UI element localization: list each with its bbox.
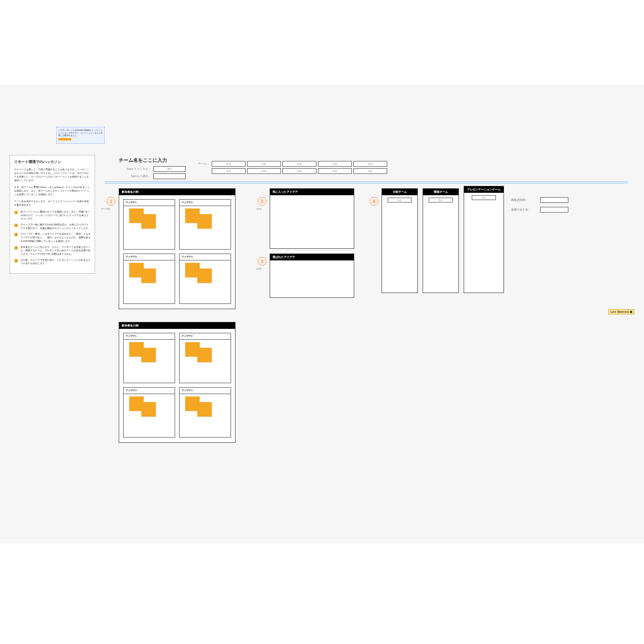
right-fields: 再集合時間： 最後のまとめ： <box>511 197 568 213</box>
sticky-note[interactable] <box>141 348 156 362</box>
idea-cell[interactable]: アイデア2 <box>179 199 231 250</box>
roster-name-input[interactable]: 氏名 <box>353 161 387 167</box>
canvas-background <box>0 85 644 543</box>
idea-title: アイデア1 <box>124 200 175 206</box>
idea-cell[interactable]: アイデア2 <box>179 333 231 383</box>
sticky-note[interactable] <box>141 214 156 229</box>
panel-header: 分析チーム <box>382 189 417 195</box>
teams-label: Teams の通話： <box>119 174 151 178</box>
idea-title: アイデア3 <box>124 388 175 394</box>
reconvene-input[interactable] <box>540 197 568 203</box>
sticky-note[interactable] <box>197 268 212 283</box>
panel-header: プレゼンテーションチーム <box>464 186 504 193</box>
participant-panel[interactable]: 参加者名の例 アイデア1 アイデア2 アイデア3 アイデア4 <box>119 322 235 443</box>
roster-name-input[interactable]: 氏名 <box>318 168 352 174</box>
roster-name-input[interactable]: 氏名 <box>283 161 316 167</box>
reconvene-label: 再集合時間： <box>511 198 540 202</box>
idea-title: アイデア4 <box>180 388 231 394</box>
idea-title: アイデア1 <box>124 333 175 340</box>
roster-name-input[interactable]: 氏名 <box>283 168 316 174</box>
participant-panel[interactable]: 参加者名の例 アイデア1 アイデア2 アイデア3 アイデア4 <box>119 188 235 309</box>
team-roster: チーム： 氏名 氏名 氏名 氏名 氏名 氏名 氏名 氏名 氏名 氏名 <box>193 161 387 174</box>
summary-input[interactable] <box>540 207 568 213</box>
instructions-para-3: チーム名を決めてもらいます。ボード上にチームメンバー全員の名前を書き留めます。 <box>14 200 91 207</box>
attribution-badge <box>58 138 71 140</box>
step3-time: 10分 <box>256 267 262 271</box>
idea-cell[interactable]: アイデア1 <box>123 333 175 383</box>
instructions-panel: リモート環境でのハッカソン テレワークは難しく、円滑に実施することがありますが、… <box>10 155 95 274</box>
roster-name-input[interactable]: 氏名 <box>247 168 281 174</box>
timeline-bar <box>105 181 628 184</box>
step-badge: 1 <box>14 211 18 215</box>
idea-cell[interactable]: アイデア4 <box>179 254 231 304</box>
step-text: その後、グループで支度に移り、プレゼンテーションの名をもどつけるかも決定します。 <box>21 258 91 265</box>
selected-panel[interactable]: 選ばれたアイデア <box>270 254 354 298</box>
presentation-team-panel[interactable]: プレゼンテーションチーム 氏名 <box>464 186 504 293</box>
panel-header: 参加者名の例 <box>119 189 235 195</box>
idea-title: アイデア2 <box>180 200 231 206</box>
panel-header: 選ばれたアイデア <box>270 254 354 260</box>
idea-cell[interactable]: アイデア1 <box>123 199 175 250</box>
instructions-steps: 1各メンバーごとに最初のエリアを複製します。次に、付箋に5〜10分かけて、ハッカ… <box>14 210 91 265</box>
step-marker-1: 1 <box>107 197 116 206</box>
sticky-note[interactable] <box>197 348 212 362</box>
step-text: グループで一緒に最大で10分の時間を設け、お気に入りのアイデアを選びます。付箋を… <box>21 223 91 230</box>
panel-header: 参加者名の例 <box>119 322 235 329</box>
roster-name-input[interactable]: 氏名 <box>212 168 246 174</box>
step-marker-4: 4 <box>369 197 378 206</box>
slack-input[interactable]: 番号 <box>153 166 186 172</box>
teams-input[interactable] <box>153 173 186 179</box>
analysis-team-panel[interactable]: 分析チーム 氏名 <box>382 188 418 293</box>
step-badge: 3 <box>14 233 18 237</box>
roster-label: チーム： <box>193 162 209 166</box>
panel-header: 気に入ったアイデア <box>270 189 354 195</box>
attribution-note: このテンプレートはDeloitte Digitalのリ ードソリューションデザイ… <box>56 127 105 144</box>
sticky-note[interactable] <box>197 214 212 229</box>
instructions-para-2: まず、各チームに専用のSlack（またはTeams）チャンネルがあることを確認し… <box>14 186 91 196</box>
roster-name-input[interactable]: 氏名 <box>353 168 387 174</box>
step2-time: 10分 <box>256 207 262 211</box>
idea-cell[interactable]: アイデア4 <box>179 387 231 438</box>
team-member-input[interactable]: 氏名 <box>472 195 496 200</box>
idea-cell[interactable]: アイデア3 <box>123 254 175 304</box>
roster-name-input[interactable]: 氏名 <box>247 161 281 167</box>
step-marker-3: 3 <box>258 257 266 266</box>
roster-name-input[interactable]: 氏名 <box>318 161 352 167</box>
sticky-note[interactable] <box>141 268 156 283</box>
step-badge: 5 <box>14 259 18 263</box>
attribution-text-1: このテンプレートはDeloitte Digitalのリ <box>58 129 93 131</box>
idea-title: アイデア3 <box>124 254 175 260</box>
sticky-note[interactable] <box>197 402 212 417</box>
slack-label: Slack チャンネル： <box>119 167 151 171</box>
team-member-input[interactable]: 氏名 <box>388 198 412 202</box>
step-text: 各メンバーごとに最初のエリアを複製します。次に、付箋に5〜10分かけて、ハッカソ… <box>21 210 91 221</box>
summary-label: 最後のまとめ： <box>511 208 540 212</box>
favorites-panel[interactable]: 気に入ったアイデア <box>270 188 354 249</box>
step1-time: 5〜10分 <box>101 207 110 211</box>
roster-name-input[interactable]: 氏名 <box>212 161 246 167</box>
idea-cell[interactable]: アイデア3 <box>123 387 175 438</box>
step-badge: 2 <box>14 223 18 227</box>
sticky-note[interactable] <box>141 402 156 417</box>
idea-title: アイデア4 <box>180 254 231 260</box>
panel-header: 開発チーム <box>423 189 458 195</box>
instructions-para-1: テレワークは難しく、円滑に実施することがありますが、ハッカソンはさらにその傾向が… <box>14 168 91 182</box>
dev-team-panel[interactable]: 開発チーム 氏名 <box>423 188 459 293</box>
step-text: グループで「勝者」となるアイデアを決めます。「勝者」となるアイデアが何であり、「… <box>21 232 91 243</box>
instructions-title: リモート環境でのハッカソン <box>14 159 91 165</box>
step-badge: 4 <box>14 246 18 250</box>
watermark-text: Leo Barnes <box>610 310 629 314</box>
watermark-badge: Leo Barnes <box>608 309 634 314</box>
idea-title: アイデア2 <box>180 333 231 340</box>
step-marker-2: 2 <box>258 197 266 206</box>
step-text: 参加者をチームに分けます。さらに、アプローチを思案するチーム、構築するチーム、プ… <box>21 246 91 256</box>
team-member-input[interactable]: 氏名 <box>429 198 453 202</box>
cursor-icon <box>630 311 632 313</box>
